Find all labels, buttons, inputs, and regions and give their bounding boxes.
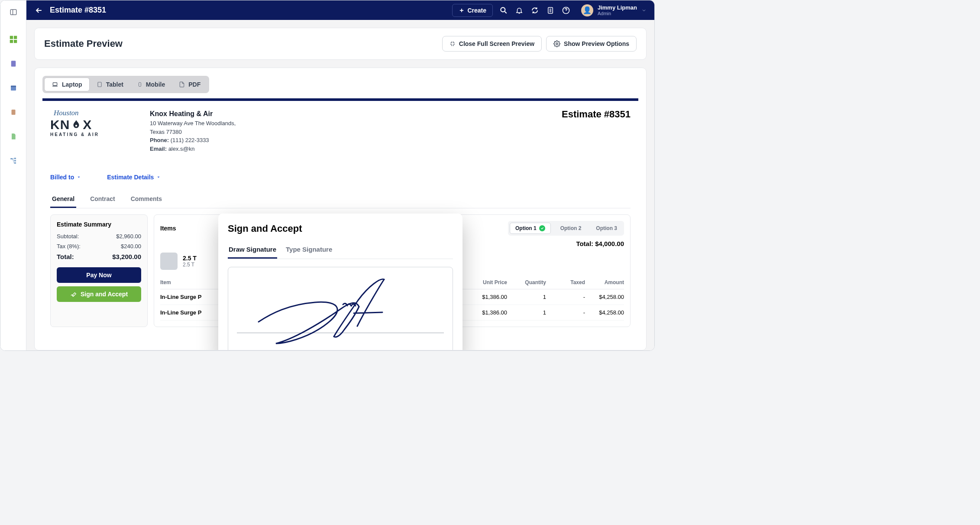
help-icon[interactable] (561, 6, 571, 15)
topbar: Estimate #8351 Create 👤 (26, 0, 654, 20)
user-role: Admin (598, 11, 637, 16)
doc-tab-general[interactable]: General (50, 191, 76, 208)
sign-accept-button[interactable]: Sign and Accept (57, 286, 141, 302)
user-menu[interactable]: 👤 Jimmy Lipman Admin (581, 4, 647, 16)
nav-dashboard-icon[interactable] (7, 33, 19, 45)
company-address: Knox Heating & Air 10 Waterway Ave The W… (150, 109, 236, 153)
logo-tagline: HEATING & AIR (50, 132, 124, 137)
cell-qty: 1 (507, 294, 546, 300)
cell-qty: 1 (507, 309, 546, 316)
sign-accept-modal: Sign and Accept Draw Signature Type Sign… (218, 214, 463, 350)
doc-tabs: General Contract Comments (50, 191, 631, 208)
close-preview-label: Close Full Screen Preview (459, 40, 534, 47)
company-addr-line2: Texas 77380 (150, 128, 236, 136)
collapse-sidebar-icon[interactable] (7, 6, 19, 18)
signature-tabs: Draw Signature Type Signature (228, 241, 453, 259)
create-button[interactable]: Create (452, 4, 493, 17)
tax-value: $240.00 (121, 243, 141, 250)
device-tab-mobile[interactable]: Mobile (130, 78, 172, 91)
refresh-icon[interactable] (530, 6, 540, 15)
preview-header: Estimate Preview Close Full Screen Previ… (34, 28, 647, 60)
bell-icon[interactable] (514, 6, 524, 15)
laptop-icon (52, 81, 58, 88)
summary-title: Estimate Summary (57, 221, 141, 228)
nav-calendar-icon[interactable] (7, 82, 19, 94)
item-sub: 2.5 T (183, 262, 197, 268)
search-icon[interactable] (499, 6, 508, 15)
company-logo: Houston KNX HEATING & AIR (50, 109, 124, 153)
doc-tab-comments[interactable]: Comments (129, 191, 164, 208)
sign-accept-label: Sign and Accept (81, 291, 128, 298)
nav-clipboard-icon[interactable] (7, 106, 19, 118)
col-amount: Amount (585, 279, 624, 285)
cell-taxed: - (546, 309, 585, 316)
estimate-summary: Estimate Summary Subtotal:$2,960.00 Tax … (50, 214, 148, 327)
preview-title: Estimate Preview (44, 38, 123, 49)
gear-icon (553, 40, 560, 47)
estimate-details-label: Estimate Details (107, 174, 154, 181)
type-signature-tab[interactable]: Type Signature (285, 241, 333, 259)
svg-rect-6 (10, 158, 13, 159)
device-tab-label: Tablet (106, 81, 123, 88)
option-chips: Option 1 Option 2 Option 3 (508, 221, 624, 236)
svg-rect-8 (14, 160, 16, 162)
option-label: Option 1 (515, 225, 537, 231)
col-taxed: Taxed (546, 279, 585, 285)
close-preview-button[interactable]: Close Full Screen Preview (442, 36, 542, 52)
pay-now-button[interactable]: Pay Now (57, 267, 141, 283)
device-tab-label: PDF (188, 81, 201, 88)
nav-contacts-icon[interactable] (7, 58, 19, 70)
cell-amount: $4,258.00 (585, 294, 624, 300)
cell-taxed: - (546, 294, 585, 300)
device-tabs: Laptop Tablet Mobile PDF (42, 76, 209, 93)
draw-signature-tab[interactable]: Draw Signature (228, 241, 277, 259)
nav-document-icon[interactable] (7, 130, 19, 143)
subtotal-value: $2,960.00 (116, 233, 141, 240)
user-name: Jimmy Lipman (598, 4, 637, 11)
svg-rect-4 (11, 86, 16, 87)
option-chip-1[interactable]: Option 1 (510, 223, 551, 234)
billed-to-label: Billed to (50, 174, 74, 181)
svg-rect-0 (10, 10, 16, 15)
svg-point-13 (501, 7, 505, 12)
pdf-icon (179, 81, 185, 88)
option-chip-2[interactable]: Option 2 (555, 223, 587, 234)
items-title: Items (160, 225, 176, 232)
notes-icon[interactable] (546, 6, 555, 15)
estimate-details-dropdown[interactable]: Estimate Details (107, 174, 161, 181)
svg-rect-20 (53, 83, 57, 85)
device-tab-pdf[interactable]: PDF (172, 78, 207, 91)
nav-hierarchy-icon[interactable] (7, 155, 19, 167)
chevron-down-icon (641, 8, 647, 13)
doc-tab-contract[interactable]: Contract (88, 191, 117, 208)
tablet-icon (97, 81, 103, 88)
device-tab-laptop[interactable]: Laptop (44, 78, 90, 91)
cell-price: $1,386.00 (468, 309, 507, 316)
tax-label: Tax (8%): (57, 243, 81, 250)
page-title: Estimate #8351 (50, 6, 106, 15)
company-addr-line1: 10 Waterway Ave The Woodlands, (150, 119, 236, 128)
phone-label: Phone: (150, 137, 169, 143)
mobile-icon (137, 81, 142, 88)
svg-line-12 (12, 159, 14, 163)
billed-to-dropdown[interactable]: Billed to (50, 174, 81, 181)
svg-rect-2 (11, 61, 16, 67)
company-name: Knox Heating & Air (150, 109, 236, 119)
back-arrow-icon[interactable] (34, 6, 44, 15)
item-thumbnail (160, 253, 178, 270)
signature-icon (70, 291, 77, 298)
preview-options-button[interactable]: Show Preview Options (546, 36, 637, 52)
cell-price: $1,386.00 (468, 294, 507, 300)
device-tab-tablet[interactable]: Tablet (90, 78, 130, 91)
device-tab-label: Laptop (62, 81, 82, 88)
check-icon (539, 225, 545, 231)
option-chip-3[interactable]: Option 3 (591, 223, 622, 234)
company-email: alex.s@kn (168, 146, 195, 152)
svg-line-10 (12, 159, 14, 159)
item-title: 2.5 T (183, 255, 197, 262)
signature-pad[interactable] (228, 267, 453, 350)
svg-rect-7 (14, 158, 16, 159)
doc-estimate-number: Estimate #8351 (562, 109, 631, 120)
modal-title: Sign and Accept (228, 223, 453, 234)
svg-rect-22 (139, 83, 141, 87)
